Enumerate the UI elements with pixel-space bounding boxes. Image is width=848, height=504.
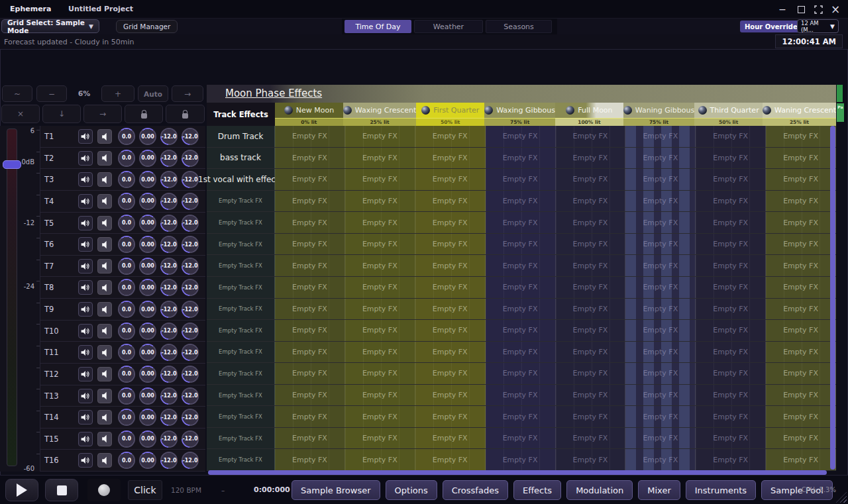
mute-button[interactable]	[97, 172, 112, 187]
effect-cell[interactable]: Empty FX	[556, 234, 626, 255]
effect-cell[interactable]: Empty FX	[556, 342, 626, 363]
unmute-button[interactable]	[78, 194, 93, 209]
effect-cell[interactable]: Empty FX	[556, 169, 626, 190]
effect-cell[interactable]: Empty FX	[696, 148, 766, 169]
knob[interactable]: -12.0	[160, 279, 178, 296]
effect-cell[interactable]: Empty FX	[345, 212, 415, 233]
effect-cell[interactable]: Empty FX	[486, 234, 556, 255]
knob[interactable]: -12.0	[182, 258, 199, 275]
moon-column-header[interactable]: New Moon0% lit	[275, 103, 343, 126]
moon-column-header[interactable]: Waning Crescent25% lit	[763, 103, 836, 126]
effect-cell[interactable]: Empty FX	[556, 191, 626, 212]
effect-cell[interactable]: Empty FX	[696, 320, 766, 341]
effect-cell[interactable]: Empty FX	[415, 234, 486, 255]
knob[interactable]: -12.0	[160, 301, 178, 318]
knob[interactable]: -12.0	[182, 344, 199, 361]
record-button[interactable]	[87, 479, 121, 501]
effect-cell[interactable]: Empty FX	[486, 342, 556, 363]
effect-cell[interactable]: Empty FX	[556, 148, 626, 169]
knob[interactable]: -12.0	[182, 128, 199, 145]
effect-cell[interactable]: Empty FX	[275, 191, 345, 212]
zoom-out-button[interactable]: −	[36, 85, 67, 102]
knob[interactable]: 0.00	[139, 236, 156, 253]
effect-cell[interactable]: Empty FX	[766, 169, 836, 190]
effect-cell[interactable]: Empty FX	[696, 449, 766, 470]
knob[interactable]: -12.0	[160, 387, 178, 405]
effect-cell[interactable]: Empty FX	[696, 191, 766, 212]
knob[interactable]: -12.0	[182, 452, 199, 469]
effect-cell[interactable]: Empty FX	[486, 126, 556, 147]
panel-button-mixer[interactable]: Mixer	[638, 480, 680, 500]
mute-button[interactable]	[97, 410, 112, 425]
effect-cell[interactable]: Empty FX	[625, 277, 696, 298]
fader-track[interactable]	[7, 128, 17, 466]
effect-cell[interactable]: Empty FX	[486, 320, 556, 341]
effect-cell[interactable]: Empty FX	[696, 277, 766, 298]
effect-cell[interactable]: Empty FX	[275, 277, 345, 298]
knob[interactable]: -12.0	[182, 279, 199, 296]
close-icon[interactable]: ×	[828, 3, 843, 16]
effect-cell[interactable]: Empty FX	[625, 320, 696, 341]
effect-cell[interactable]: Empty FX	[415, 449, 486, 470]
knob[interactable]: -12.0	[160, 452, 178, 469]
knob[interactable]: 0.00	[139, 301, 156, 318]
effect-cell[interactable]: Empty FX	[625, 299, 696, 320]
effect-cell[interactable]: Empty FX	[766, 428, 836, 449]
wave-icon[interactable]: ~	[2, 85, 32, 102]
horizontal-scrollbar[interactable]	[208, 470, 827, 475]
effect-cell[interactable]: Empty FX	[275, 212, 345, 233]
effect-cell[interactable]: Empty FX	[696, 126, 766, 147]
effect-cell[interactable]: Empty FX	[345, 449, 415, 470]
effect-cell[interactable]: Empty FX	[345, 385, 415, 406]
unmute-button[interactable]	[78, 280, 93, 295]
knob[interactable]: -12.0	[160, 236, 178, 253]
unmute-button[interactable]	[78, 129, 93, 144]
effect-cell[interactable]: Empty FX	[556, 126, 626, 147]
mute-button[interactable]	[97, 432, 112, 446]
moon-column-header[interactable]: First Quarter50% lit	[416, 103, 484, 126]
maximize-icon[interactable]	[794, 3, 808, 16]
effect-cell[interactable]: Empty FX	[766, 449, 836, 470]
panel-button-sample-browser[interactable]: Sample Browser	[292, 480, 380, 500]
effect-cell[interactable]: Empty FX	[556, 406, 626, 427]
arrow-down-button[interactable]: ↓	[42, 105, 81, 123]
knob[interactable]: 0.00	[139, 323, 156, 340]
effect-cell[interactable]: Empty FX	[415, 342, 486, 363]
hour-select-dropdown[interactable]: 12 AM (M... ▼	[797, 19, 839, 33]
knob[interactable]: -12.0	[160, 258, 178, 275]
knob[interactable]: 0.00	[139, 171, 156, 188]
unmute-button[interactable]	[78, 302, 93, 317]
effect-cell[interactable]: Empty FX	[415, 428, 486, 449]
lock-alt-button[interactable]	[166, 105, 205, 123]
effect-cell[interactable]: Empty FX	[556, 363, 626, 384]
click-metronome-button[interactable]: Click	[128, 480, 162, 500]
moon-column-header[interactable]: Waning Gibbous75% lit	[623, 103, 694, 126]
knob[interactable]: 0.0	[118, 387, 135, 405]
effect-cell[interactable]: Empty FX	[766, 363, 836, 384]
effect-cell[interactable]: Empty FX	[556, 320, 626, 341]
panel-button-instruments[interactable]: Instruments	[686, 480, 756, 500]
knob[interactable]: -12.0	[182, 193, 199, 210]
arrow-right-tool-button[interactable]: →	[83, 105, 122, 123]
knob[interactable]: 0.00	[139, 366, 156, 383]
effect-cell[interactable]: Empty FX	[275, 428, 345, 449]
effect-cell[interactable]: Empty FX	[415, 363, 486, 384]
effect-cell[interactable]: Empty FX	[766, 277, 836, 298]
knob[interactable]: -12.0	[182, 409, 199, 426]
moon-column-header[interactable]: Third Quarter50% lit	[694, 103, 763, 126]
lock-button[interactable]	[125, 105, 163, 123]
unmute-button[interactable]	[78, 345, 93, 360]
effect-cell[interactable]: Empty FX	[696, 212, 766, 233]
effect-cell[interactable]: Empty FX	[696, 299, 766, 320]
knob[interactable]: -12.0	[160, 150, 178, 167]
zoom-in-button[interactable]: +	[101, 85, 134, 102]
effect-cell[interactable]: Empty FX	[696, 255, 766, 276]
effect-cell[interactable]: Empty FX	[625, 406, 696, 427]
unmute-button[interactable]	[78, 172, 93, 187]
unmute-button[interactable]	[78, 389, 93, 403]
knob[interactable]: -12.0	[182, 171, 199, 188]
effect-cell[interactable]: Empty FX	[345, 342, 415, 363]
effect-cell[interactable]: Empty FX	[345, 148, 415, 169]
effect-cell[interactable]: Empty FX	[556, 449, 626, 470]
effect-cell[interactable]: Empty FX	[766, 148, 836, 169]
